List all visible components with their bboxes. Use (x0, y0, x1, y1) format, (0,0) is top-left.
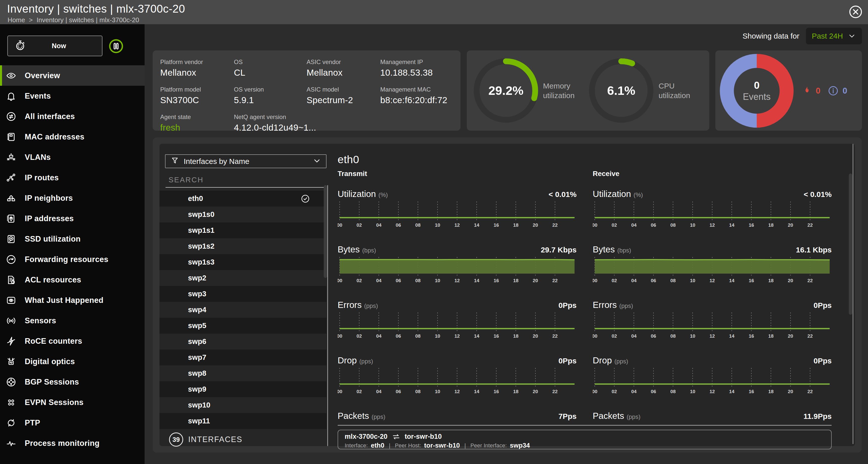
metric-bytes-receive: Bytes(bps)16.1 Kbps000204060810121416182… (593, 244, 832, 284)
sidebar-item-acl-resources[interactable]: ACL resources (0, 270, 145, 290)
interface-list-item-swp11[interactable]: swp11 (159, 413, 327, 429)
detail-scrollbar-track[interactable] (852, 144, 854, 444)
sidebar-item-roce-counters[interactable]: RoCE counters (0, 331, 145, 351)
time-now-button[interactable]: Now (7, 36, 102, 56)
svg-text:04: 04 (376, 333, 382, 339)
breadcrumb-home[interactable]: Home (7, 16, 25, 24)
svg-text:00: 00 (338, 278, 342, 283)
interface-list-item-swp9[interactable]: swp9 (159, 381, 327, 397)
sidebar-item-all-interfaces[interactable]: All interfaces (0, 106, 145, 127)
svg-text:10: 10 (435, 278, 440, 283)
svg-text:14: 14 (729, 333, 735, 339)
svg-text:16: 16 (494, 278, 499, 283)
metric-value-errors-transmit: 0Pps (558, 301, 577, 310)
process-monitoring-icon (5, 438, 17, 449)
svg-text:08: 08 (415, 278, 421, 283)
sidebar-item-what-just-happened[interactable]: What Just Happened (0, 290, 145, 310)
svg-text:10: 10 (435, 223, 440, 228)
svg-text:08: 08 (671, 223, 676, 228)
mini-chart: 000204060810121416182022 (338, 312, 577, 339)
peer-interface-local-value: eth0 (371, 441, 384, 450)
sidebar-item-mac-addresses[interactable]: MAC addresses (0, 127, 145, 147)
events-icon (5, 91, 17, 102)
selected-check-icon (301, 194, 310, 205)
svg-text:04: 04 (376, 278, 382, 283)
interface-list-item-swp1s3[interactable]: swp1s3 (159, 254, 327, 270)
sidebar-item-ip-addresses[interactable]: IP addresses (0, 208, 145, 229)
svg-text:08: 08 (671, 389, 676, 394)
svg-text:12: 12 (455, 278, 460, 283)
interface-list-item-swp4[interactable]: swp4 (159, 302, 327, 318)
bidirectional-arrow-icon (391, 433, 401, 440)
device-info-card: Platform vendorMellanoxOSCLASIC vendorMe… (153, 51, 461, 131)
sidebar-item-evpn-sessions[interactable]: EVPN Sessions (0, 392, 145, 412)
interface-list-item-swp1s2[interactable]: swp1s2 (159, 238, 327, 254)
interface-search-input[interactable] (168, 176, 310, 184)
utilization-card: 29.2% Memoryutilization 6.1% CPUutilizat… (467, 51, 709, 131)
peer-host-key: Peer Host: (395, 442, 421, 449)
sidebar-item-forwarding-resources[interactable]: Forwarding resources (0, 249, 145, 270)
info-events-count: 0 (842, 86, 847, 96)
interface-list-item-swp3[interactable]: swp3 (159, 286, 327, 302)
metric-packets-receive: Packets(pps)11.9Pps (593, 411, 832, 421)
ssd-utilization-icon (5, 233, 17, 244)
interface-filter-dropdown[interactable]: Interfaces by Name (165, 154, 327, 168)
svg-text:00: 00 (593, 223, 597, 228)
sidebar-item-ssd-utilization[interactable]: SSD utilization (0, 229, 145, 249)
svg-text:10: 10 (435, 333, 440, 339)
receive-column-header: Receive (593, 170, 832, 178)
svg-text:22: 22 (807, 389, 813, 394)
overview-icon (5, 70, 17, 81)
interface-list-item-swp7[interactable]: swp7 (159, 350, 327, 365)
time-range-dropdown[interactable]: Past 24H (806, 28, 862, 44)
svg-text:12: 12 (710, 389, 715, 394)
evpn-sessions-icon (5, 397, 17, 408)
interface-list-item-swp6[interactable]: swp6 (159, 334, 327, 350)
sidebar-item-vlans[interactable]: VLANs (0, 147, 145, 167)
vlans-icon (5, 152, 17, 163)
detail-scrollbar-thumb[interactable] (849, 173, 852, 315)
svg-text:14: 14 (474, 333, 480, 339)
interface-list-item-swp8[interactable]: swp8 (159, 365, 327, 381)
info-field-platform-vendor: Platform vendorMellanox (160, 59, 234, 78)
peer-interface-key: Interface: (345, 442, 368, 449)
svg-text:18: 18 (768, 223, 774, 228)
metric-value-packets-transmit: 7Pps (558, 412, 577, 421)
pause-button[interactable] (108, 39, 124, 54)
svg-text:22: 22 (807, 278, 813, 283)
memory-utilization-value: 29.2% (471, 55, 541, 126)
svg-text:20: 20 (533, 223, 538, 228)
interface-list-item-swp2[interactable]: swp2 (159, 270, 327, 286)
mini-chart: 000204060810121416182022 (593, 312, 832, 339)
metric-drop-receive: Drop(pps)0Pps000204060810121416182022 (593, 355, 832, 395)
interface-filter-label: Interfaces by Name (184, 157, 312, 166)
svg-text:06: 06 (651, 278, 656, 283)
sidebar-item-ip-neighbors[interactable]: IP neighbors (0, 188, 145, 208)
breadcrumb-separator: > (29, 16, 33, 24)
memory-gauge-label: Memoryutilization (543, 81, 575, 100)
svg-text:20: 20 (533, 278, 538, 283)
sidebar-item-events[interactable]: Events (0, 86, 145, 106)
sidebar-item-bgp-sessions[interactable]: BGP Sessions (0, 372, 145, 392)
interface-list-item-swp5[interactable]: swp5 (159, 318, 327, 334)
svg-text:02: 02 (356, 223, 362, 228)
close-icon[interactable] (849, 5, 863, 19)
sidebar-item-ip-routes[interactable]: IP routes (0, 167, 145, 188)
sidebar-item-sensors[interactable]: Sensors (0, 310, 145, 331)
metric-value-drop-receive: 0Pps (813, 357, 832, 365)
svg-text:06: 06 (651, 333, 656, 339)
svg-text:12: 12 (710, 223, 715, 228)
interface-list-item-eth0[interactable]: eth0 (159, 191, 327, 206)
interface-list-item-swp1s0[interactable]: swp1s0 (159, 206, 327, 223)
info-field-netq-agent-version: NetQ agent version4.12.0-cld12u49~1... (234, 113, 307, 133)
interface-list-scrollbar-thumb[interactable] (324, 185, 327, 278)
sidebar-item-ptp[interactable]: PTP (0, 412, 145, 433)
svg-text:18: 18 (513, 389, 519, 394)
sidebar-item-digital-optics[interactable]: Digital optics (0, 351, 145, 372)
interface-list-item-swp1s1[interactable]: swp1s1 (159, 223, 327, 238)
peer-connection-box: mlx-3700c-20 tor-swr-b10 Interface: eth0… (338, 430, 832, 450)
device-info-grid: Platform vendorMellanoxOSCLASIC vendorMe… (153, 51, 461, 133)
interface-list-item-swp10[interactable]: swp10 (159, 397, 327, 413)
sidebar-item-overview[interactable]: Overview (0, 65, 145, 86)
sidebar-item-process-monitoring[interactable]: Process monitoring (0, 433, 145, 454)
